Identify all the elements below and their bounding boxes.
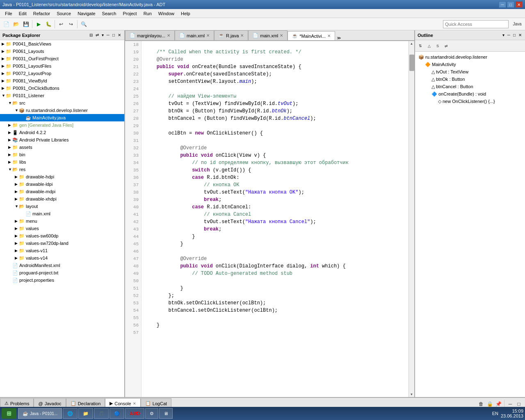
close-tab-mainxml[interactable]: ✕ — [206, 33, 210, 38]
tree-item[interactable]: ▶📁drawable-mdpi — [0, 188, 124, 195]
tab-overflow-button[interactable]: ≫ — [335, 36, 342, 40]
tree-item[interactable]: ▶📁drawable-xhdpi — [0, 195, 124, 203]
panel-menu-button[interactable]: ▾ — [101, 33, 105, 37]
open-button[interactable]: 📂 — [11, 20, 21, 29]
start-button[interactable]: ⊞ — [2, 408, 16, 419]
tree-item[interactable]: ☕MainActivity.java — [0, 114, 124, 121]
close-tab-rjava[interactable]: ✕ — [240, 33, 244, 38]
menu-window[interactable]: Window — [155, 9, 178, 18]
tree-item[interactable]: ▶📁values-v11 — [0, 247, 124, 254]
outline-item[interactable]: △tvOut : TextView — [417, 68, 523, 75]
vertical-scrollbar[interactable]: ▲ ▼ — [409, 41, 414, 397]
tab-mainxml2[interactable]: 📄 main.xml ✕ — [248, 30, 288, 40]
tree-item[interactable]: ▼📦ru.startandroid.develop.listener — [0, 107, 124, 114]
tab-marginlayout[interactable]: 📄 marginlayou... ✕ — [125, 30, 175, 40]
tree-item[interactable]: 📄main.xml — [0, 210, 124, 217]
menu-edit[interactable]: Edit — [16, 9, 30, 18]
tree-item[interactable]: 📄AndroidManifest.xml — [0, 262, 124, 269]
new-button[interactable]: 📄 — [2, 20, 11, 29]
outline-item[interactable]: 🔷onCreate(Bundle) : void — [417, 90, 523, 98]
tree-item[interactable]: ▶📱Android 4.2.2 — [0, 129, 124, 136]
scroll-down-button[interactable]: ▼ — [410, 392, 413, 397]
tree-item[interactable]: ▶📁menu — [0, 217, 124, 225]
outline-hide-fields-button[interactable]: △ — [425, 42, 433, 50]
maximize-button[interactable]: □ — [507, 1, 514, 8]
taskbar-ie[interactable]: 🌐 — [63, 408, 78, 419]
menu-run[interactable]: Run — [140, 9, 155, 18]
tree-item[interactable]: ▶📁P0081_ViewById — [0, 77, 124, 84]
redo-button[interactable]: ↪ — [66, 20, 75, 29]
tree-item[interactable]: ▶📚Android Private Libraries — [0, 136, 124, 144]
outline-item[interactable]: 🔶MainActivity — [417, 61, 523, 68]
tree-item[interactable]: ▼📂src — [0, 99, 124, 107]
close-panel-button[interactable]: ✕ — [117, 33, 122, 37]
tree-item[interactable]: ▶📁P0091_OnClickButtons — [0, 84, 124, 92]
perspective-button[interactable]: Java — [511, 20, 523, 29]
close-button[interactable]: ✕ — [515, 1, 523, 8]
menu-project[interactable]: Project — [119, 9, 140, 18]
outline-item[interactable]: △btnCancel : Button — [417, 83, 523, 90]
tree-item[interactable]: ▶📁values-v14 — [0, 254, 124, 262]
tree-item[interactable]: 📄project.properties — [0, 276, 124, 284]
tree-item[interactable]: ▶📁gen [Generated Java Files] — [0, 121, 124, 129]
collapse-all-button[interactable]: ⊟ — [89, 33, 94, 37]
tab-mainactivity[interactable]: ☕ *MainActivi... ✕ — [288, 31, 335, 41]
scroll-thumb[interactable] — [409, 55, 414, 71]
tree-item[interactable]: ▶📁P0072_LayoutProp — [0, 70, 124, 77]
maximize-panel-button[interactable]: □ — [112, 33, 116, 37]
outline-hide-static-button[interactable]: S — [434, 42, 441, 50]
tree-item[interactable]: 📄proguard-project.txt — [0, 269, 124, 276]
outline-menu-button[interactable]: ▾ — [502, 33, 505, 37]
menu-navigate[interactable]: Navigate — [74, 9, 98, 18]
tree-item[interactable]: ▶📁P0061_Layouts — [0, 48, 124, 55]
code-editor[interactable]: 1819202122232425262728293031323334353637… — [125, 41, 414, 397]
search-button[interactable]: 🔍 — [79, 20, 88, 29]
tree-item[interactable]: ▶📁P0031_OurFirstProject — [0, 55, 124, 62]
minimize-button[interactable]: ─ — [499, 1, 506, 8]
taskbar-media[interactable]: 🎵 — [94, 408, 109, 419]
scroll-up-button[interactable]: ▲ — [410, 41, 413, 46]
save-button[interactable]: 💾 — [21, 20, 30, 29]
outline-item[interactable]: ◇new OnClickListener() {...} — [417, 98, 523, 105]
outline-sync-button[interactable]: ⇌ — [443, 42, 450, 50]
taskbar-amd[interactable]: AMD — [125, 408, 144, 419]
tree-item[interactable]: ▶📁assets — [0, 144, 124, 151]
tree-item[interactable]: ▶📁values-sw600dp — [0, 232, 124, 240]
minimize-panel-button[interactable]: ─ — [106, 33, 110, 37]
tree-item[interactable]: ▶📁values — [0, 225, 124, 232]
tree-item[interactable]: ▶📁drawable-ldpi — [0, 180, 124, 188]
menu-file[interactable]: File — [2, 9, 16, 18]
tree-item[interactable]: ▶📁libs — [0, 158, 124, 166]
tree-item[interactable]: ▶📁drawable-hdpi — [0, 173, 124, 180]
undo-button[interactable]: ↩ — [57, 20, 66, 29]
tree-item[interactable]: ▼📂res — [0, 166, 124, 173]
taskbar-app2[interactable]: 🖥 — [159, 408, 173, 419]
tree-item[interactable]: ▼📁P0101_Listener — [0, 92, 124, 99]
tree-item[interactable]: ▶📁bin — [0, 151, 124, 158]
menu-source[interactable]: Source — [53, 9, 74, 18]
link-with-editor-button[interactable]: ⇌ — [95, 33, 100, 37]
quick-access-input[interactable] — [443, 20, 509, 28]
outline-close-button[interactable]: ✕ — [518, 33, 523, 37]
outline-sort-button[interactable]: ⇅ — [417, 42, 424, 50]
tree-item[interactable]: ▼📂layout — [0, 203, 124, 210]
taskbar-adt[interactable]: ☕ Java - P0101... — [18, 408, 62, 419]
tab-mainxml[interactable]: 📄 main.xml ✕ — [175, 30, 214, 40]
close-tab-mainxml2[interactable]: ✕ — [280, 33, 283, 38]
outline-item[interactable]: 📦ru.startandroid.develop.listener — [417, 53, 523, 61]
debug-button[interactable]: 🐛 — [44, 20, 53, 29]
tree-item[interactable]: ▶📁P0041_BasicViews — [0, 40, 124, 48]
run-button[interactable]: ▶ — [34, 20, 43, 29]
menu-help[interactable]: Help — [178, 9, 194, 18]
menu-search[interactable]: Search — [99, 9, 120, 18]
tree-item[interactable]: ▶📁values-sw720dp-land — [0, 240, 124, 247]
taskbar-chrome[interactable]: 🔵 — [110, 408, 124, 419]
close-tab-mainactivity[interactable]: ✕ — [327, 34, 331, 38]
taskbar-explorer[interactable]: 📁 — [78, 408, 93, 419]
outline-item[interactable]: △btnOk : Button — [417, 75, 523, 83]
tab-rjava[interactable]: ☕ R.java ✕ — [214, 30, 248, 40]
close-tab-marginlayout[interactable]: ✕ — [167, 33, 170, 38]
tree-item[interactable]: ▶📁P0051_LayoutFiles — [0, 62, 124, 70]
menu-refactor[interactable]: Refactor — [30, 9, 54, 18]
taskbar-app1[interactable]: ⚙ — [145, 408, 158, 419]
